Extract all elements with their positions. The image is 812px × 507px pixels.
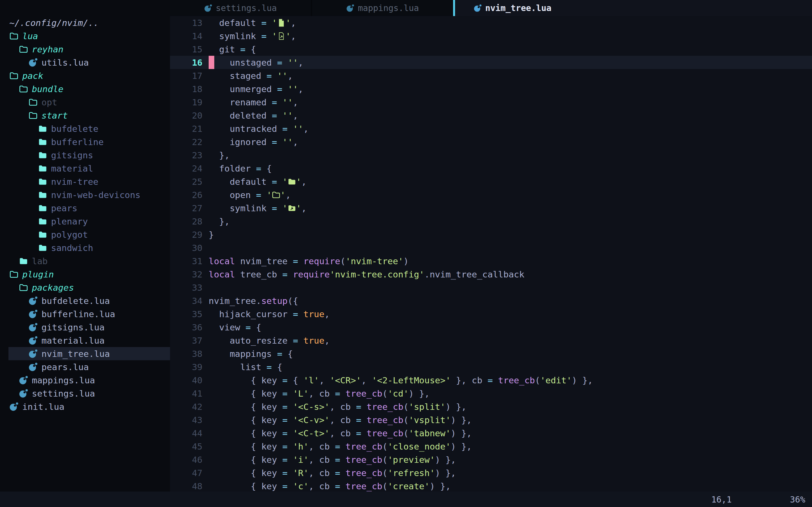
token: = [282,481,288,491]
token: } [209,230,214,240]
code-line-46[interactable]: 46 { key = 'i', cb = tree_cb('preview') … [170,453,812,466]
tree-item-label: sandwich [51,243,93,253]
code-line-24[interactable]: 24 folder = { [170,162,812,175]
tree-item-.confignvim..[interactable]: ~/.config/nvim/.. [0,16,170,29]
tree-item-plenary[interactable]: plenary [0,215,170,228]
code-line-35[interactable]: 35 hijack_cursor = true, [170,307,812,321]
code-line-34[interactable]: 34nvim_tree.setup({ [170,294,812,307]
token [288,402,293,412]
tree-item-opt[interactable]: opt [0,96,170,109]
code-line-27[interactable]: 27 symlink = '', [170,202,812,215]
tree-item-gitsigns.lua[interactable]: gitsigns.lua [0,321,170,334]
token: = [282,455,288,465]
code-line-20[interactable]: 20 deleted = '', [170,109,812,122]
tree-item-utils.lua[interactable]: utils.lua [0,56,170,69]
code-line-13[interactable]: 13 default = '', [170,16,812,29]
line-number: 41 [170,388,202,399]
tree-item-label: opt [42,97,57,107]
line-number: 24 [170,163,202,173]
token: = [282,468,288,478]
tree-item-pears.lua[interactable]: pears.lua [0,360,170,374]
folder-open-icon [19,84,28,94]
tab-nvim_tree.lua[interactable]: nvim_tree.lua [455,0,571,16]
code-line-36[interactable]: 36 view = { [170,321,812,334]
tree-item-nvim-web-devicons[interactable]: nvim-web-devicons [0,188,170,202]
code-line-17[interactable]: 17 staged = '', [170,69,812,82]
tree-item-label: bufdelete [51,124,98,134]
token: '<CR>' [329,375,361,385]
code-line-30[interactable]: 30 [170,241,812,255]
code-line-45[interactable]: 45 { key = 'h', cb = tree_cb('close_node… [170,440,812,453]
code-line-43[interactable]: 43 { key = '<C-v>', cb = tree_cb('vsplit… [170,413,812,427]
code-line-18[interactable]: 18 unmerged = '', [170,82,812,96]
tree-item-bufferline.lua[interactable]: bufferline.lua [0,307,170,321]
tree-item-polygot[interactable]: polygot [0,228,170,241]
tree-item-nvim-tree[interactable]: nvim-tree [0,175,170,188]
code-line-16[interactable]: 16 unstaged = '', [170,56,812,69]
code-line-15[interactable]: 15 git = { [170,43,812,56]
tab-mappings.lua[interactable]: mappings.lua [312,0,453,16]
code-line-37[interactable]: 37 auto_resize = true, [170,334,812,347]
code-line-21[interactable]: 21 untracked = '', [170,122,812,135]
code-line-42[interactable]: 42 { key = '<C-s>', cb = tree_cb('split'… [170,400,812,413]
lua-file-icon [19,389,28,398]
folder-link-icon [288,204,296,212]
tree-item-material[interactable]: material [0,162,170,175]
token: ( [382,455,388,465]
lua-file-icon [29,323,38,332]
tree-item-gitsigns[interactable]: gitsigns [0,149,170,162]
code-line-33[interactable]: 33 [170,281,812,294]
tree-item-mappings.lua[interactable]: mappings.lua [0,374,170,387]
code-line-31[interactable]: 31local nvim_tree = require('nvim-tree') [170,255,812,268]
tree-item-pears[interactable]: pears [0,202,170,215]
line-text: folder = { [209,163,272,173]
tree-item-pack[interactable]: pack [0,69,170,82]
tree-item-material.lua[interactable]: material.lua [0,334,170,347]
tab-settings.lua[interactable]: settings.lua [170,0,311,16]
tree-item-bufdelete[interactable]: bufdelete [0,122,170,135]
code-line-14[interactable]: 14 symlink = '', [170,29,812,43]
code-line-32[interactable]: 32local tree_cb = require'nvim-tree.conf… [170,268,812,281]
line-text: hijack_cursor = true, [209,309,329,319]
tree-item-plugin[interactable]: plugin [0,268,170,281]
code-line-25[interactable]: 25 default = '', [170,175,812,188]
tree-item-init.lua[interactable]: init.lua [0,400,170,413]
code-editor[interactable]: 13 default = '',14 symlink = '',15 git =… [170,16,812,492]
code-line-44[interactable]: 44 { key = '<C-t>', cb = tree_cb('tabnew… [170,427,812,440]
tree-item-label: settings.lua [32,388,95,399]
code-line-48[interactable]: 48 { key = 'c', cb = tree_cb('create') }… [170,480,812,492]
token: folder [209,163,256,173]
code-line-19[interactable]: 19 renamed = '', [170,96,812,109]
tree-item-start[interactable]: start [0,109,170,122]
code-line-28[interactable]: 28 }, [170,215,812,228]
tree-item-nvim_tree.lua[interactable]: nvim_tree.lua [0,347,170,360]
token: = [272,177,277,187]
tree-item-reyhan[interactable]: reyhan [0,43,170,56]
code-line-26[interactable]: 26 open = '', [170,188,812,202]
tree-item-bundle[interactable]: bundle [0,82,170,96]
code-line-29[interactable]: 29} [170,228,812,241]
tree-item-label: gitsigns [51,150,93,160]
tree-item-bufdelete.lua[interactable]: bufdelete.lua [0,294,170,307]
token: , [303,124,309,134]
code-line-41[interactable]: 41 { key = 'L', cb = tree_cb('cd') }, [170,387,812,400]
line-number: 29 [170,230,202,240]
tree-item-sandwich[interactable]: sandwich [0,241,170,255]
code-line-40[interactable]: 40 { key = { 'l', '<CR>', '<2-LeftMouse>… [170,374,812,387]
code-line-38[interactable]: 38 mappings = { [170,347,812,360]
code-line-22[interactable]: 22 ignored = '', [170,135,812,149]
tree-item-lab[interactable]: lab [0,255,170,268]
token: '' [282,137,293,147]
token: 'l' [303,375,319,385]
tree-item-bufferline[interactable]: bufferline [0,135,170,149]
tree-item-lua[interactable]: lua [0,29,170,43]
code-line-23[interactable]: 23 }, [170,149,812,162]
tree-item-packages[interactable]: packages [0,281,170,294]
tree-item-label: gitsigns.lua [42,322,105,332]
token: = [282,375,288,385]
code-line-47[interactable]: 47 { key = 'R', cb = tree_cb('refresh') … [170,466,812,480]
line-number: 48 [170,481,202,491]
token: true [303,335,324,346]
tree-item-settings.lua[interactable]: settings.lua [0,387,170,400]
code-line-39[interactable]: 39 list = { [170,360,812,374]
